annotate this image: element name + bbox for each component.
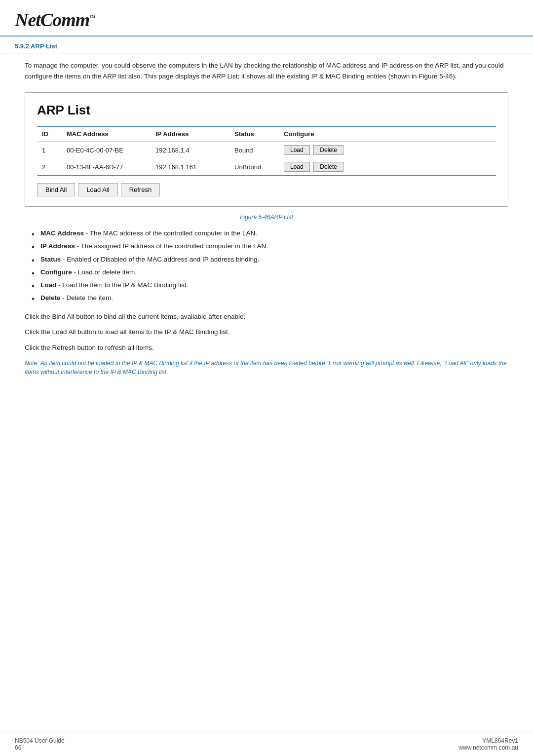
cell-ip-2: 192.168.1.161 xyxy=(151,158,229,176)
logo-text: NetComm xyxy=(15,9,89,30)
cell-ip-1: 192.168.1.4 xyxy=(151,142,229,159)
footer-guide-title: NB504 User Guide xyxy=(15,737,65,744)
delete-button-row2[interactable]: Delete xyxy=(313,162,343,172)
list-item: MAC Address - The MAC address of the con… xyxy=(30,228,508,238)
feature-list: MAC Address - The MAC address of the con… xyxy=(25,228,508,303)
list-item: Delete - Delete the item. xyxy=(30,293,508,303)
table-header-row: ID MAC Address IP Address Status Configu… xyxy=(37,126,496,142)
table-row: 1 00-E0-4C-00-07-BE 192.168.1.4 Bound Lo… xyxy=(37,142,496,159)
cell-status-1: Bound xyxy=(229,142,279,159)
logo: NetComm™ xyxy=(15,9,518,31)
header: NetComm™ xyxy=(0,0,533,37)
th-id: ID xyxy=(37,126,62,142)
list-item: Status - Enabled or Disabled of the MAC … xyxy=(30,255,508,265)
bind-all-button[interactable]: Bind All xyxy=(37,183,75,196)
paragraph-3: Click the Refresh button to refresh all … xyxy=(25,342,508,353)
cell-id-2: 2 xyxy=(37,158,62,176)
arp-table: ID MAC Address IP Address Status Configu… xyxy=(37,126,496,176)
refresh-button[interactable]: Refresh xyxy=(121,183,160,196)
figure-caption: Figure 5-46ARP List xyxy=(25,214,508,221)
term-delete: Delete xyxy=(40,294,61,302)
cell-mac-1: 00-E0-4C-00-07-BE xyxy=(62,142,151,159)
delete-button-row1[interactable]: Delete xyxy=(313,145,343,155)
footer-revision: YML864Rev1 xyxy=(458,737,518,744)
th-status: Status xyxy=(229,126,279,142)
load-button-row2[interactable]: Load xyxy=(284,162,310,172)
cell-mac-2: 00-13-8F-AA-6D-77 xyxy=(62,158,151,176)
th-configure: Configure xyxy=(279,126,496,142)
footer-left: NB504 User Guide 66 xyxy=(15,737,65,751)
term-load: Load xyxy=(40,281,56,289)
footer-website: www.netcomm.com.au xyxy=(458,744,518,751)
table-row: 2 00-13-8F-AA-6D-77 192.168.1.161 UnBoun… xyxy=(37,158,496,176)
th-ip: IP Address xyxy=(151,126,229,142)
term-ip-address: IP Address xyxy=(40,242,75,250)
footer-page-number: 66 xyxy=(15,744,65,751)
term-configure: Configure xyxy=(40,268,72,276)
intro-paragraph: To manage the computer, you could observ… xyxy=(25,60,508,81)
logo-tm: ™ xyxy=(89,14,95,21)
paragraph-1: Click the Bind All button to bind all th… xyxy=(25,311,508,322)
term-status: Status xyxy=(40,256,61,263)
cell-configure-1: Load Delete xyxy=(279,142,496,159)
footer-right: YML864Rev1 www.netcomm.com.au xyxy=(458,737,518,751)
load-all-button[interactable]: Load All xyxy=(78,183,117,196)
load-button-row1[interactable]: Load xyxy=(284,145,310,155)
list-item: Load - Load the item to the IP & MAC Bin… xyxy=(30,280,508,290)
note-text: Note: An item could not be loaded to the… xyxy=(25,359,508,377)
cell-id-1: 1 xyxy=(37,142,62,159)
paragraph-2: Click the Load All button to load all it… xyxy=(25,327,508,338)
list-item: IP Address - The assigned IP address of … xyxy=(30,241,508,251)
arp-list-box: ARP List ID MAC Address IP Address Statu… xyxy=(25,92,508,207)
section-heading: 5.9.2 ARP List xyxy=(0,37,533,53)
cell-configure-2: Load Delete xyxy=(279,158,496,176)
action-button-row: Bind All Load All Refresh xyxy=(37,183,496,196)
arp-list-title: ARP List xyxy=(37,103,496,118)
th-mac: MAC Address xyxy=(62,126,151,142)
footer: NB504 User Guide 66 YML864Rev1 www.netco… xyxy=(0,732,533,756)
term-mac-address: MAC Address xyxy=(40,229,84,237)
list-item: Configure - Load or delete item. xyxy=(30,267,508,277)
main-content: To manage the computer, you could observ… xyxy=(0,53,533,386)
cell-status-2: UnBound xyxy=(229,158,279,176)
